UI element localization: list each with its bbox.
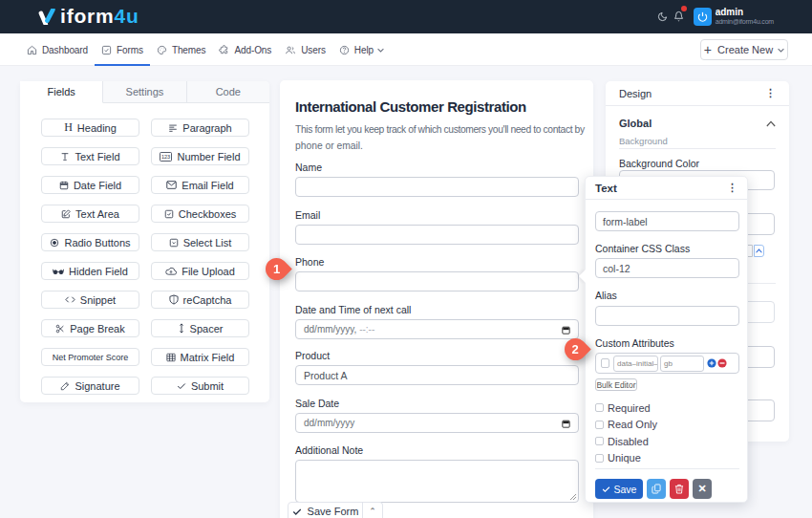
- svg-text:123: 123: [161, 154, 170, 160]
